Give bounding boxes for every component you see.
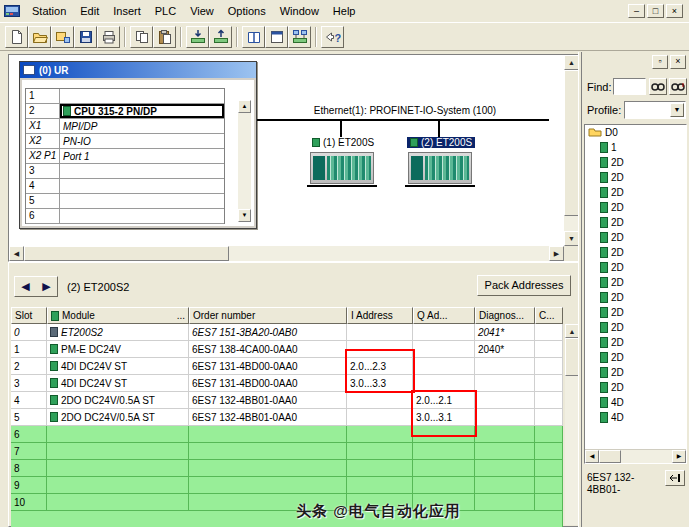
- close-button[interactable]: ×: [666, 4, 683, 18]
- detail-table-row[interactable]: 6: [11, 426, 563, 443]
- device-2-label[interactable]: (2) ET200S: [407, 137, 475, 148]
- download-button[interactable]: [186, 26, 209, 48]
- tree-item[interactable]: 2D: [585, 185, 686, 200]
- menu-insert[interactable]: Insert: [106, 1, 148, 21]
- tree-item[interactable]: 4D: [585, 410, 686, 425]
- rack-row[interactable]: 2CPU 315-2 PN/DP: [26, 104, 224, 119]
- scroll-up-icon[interactable]: ▲: [564, 55, 579, 70]
- detail-table-row[interactable]: 42DO DC24V/0.5A ST6ES7 132-4BB01-0AA02.0…: [11, 392, 563, 409]
- scroll-down-icon[interactable]: ▼: [564, 231, 579, 246]
- save-compile-button[interactable]: [74, 26, 97, 48]
- tree-horizontal-scrollbar[interactable]: ◀ ▶: [585, 449, 686, 463]
- tree-folder-do[interactable]: D0: [585, 125, 686, 140]
- scroll-left-icon[interactable]: ◀: [585, 450, 599, 463]
- tree-item[interactable]: 4D: [585, 395, 686, 410]
- detail-table-row[interactable]: 10: [11, 494, 563, 511]
- open-online-button[interactable]: [51, 26, 74, 48]
- paste-button[interactable]: [153, 26, 176, 48]
- detail-table-row[interactable]: 34DI DC24V ST6ES7 131-4BD00-0AA03.0...3.…: [11, 375, 563, 392]
- tree-item[interactable]: 2D: [585, 290, 686, 305]
- menu-plc[interactable]: PLC: [148, 1, 183, 21]
- scroll-down-icon[interactable]: ▼: [238, 209, 251, 222]
- help-button[interactable]: ?: [321, 26, 344, 48]
- detail-table-row[interactable]: 9: [11, 477, 563, 494]
- previous-device-button[interactable]: ◀: [15, 277, 36, 296]
- column-header-diagnostics[interactable]: Diagnos...: [475, 307, 535, 324]
- scroll-right-icon[interactable]: ▶: [549, 246, 564, 261]
- column-header-q-address[interactable]: Q Ad...: [413, 307, 475, 324]
- find-input[interactable]: [613, 78, 646, 95]
- detail-table-row[interactable]: 1PM-E DC24V6ES7 138-4CA00-0AA02040*: [11, 341, 563, 358]
- find-next-button[interactable]: [669, 78, 687, 95]
- menu-options[interactable]: Options: [221, 1, 273, 21]
- column-header-order-number[interactable]: Order number: [189, 307, 347, 324]
- tree-item[interactable]: 2D: [585, 335, 686, 350]
- device-et200s-2[interactable]: (2) ET200S: [407, 137, 479, 184]
- close-icon[interactable]: ×: [670, 55, 686, 69]
- scroll-thumb[interactable]: [599, 450, 621, 463]
- tree-item[interactable]: 2D: [585, 245, 686, 260]
- open-button[interactable]: [28, 26, 51, 48]
- rack-window[interactable]: (0) UR 12CPU 315-2 PN/DPX1MPI/DPX2PN-IOX…: [19, 61, 257, 229]
- tree-item[interactable]: 2D: [585, 350, 686, 365]
- rack-row[interactable]: 6: [26, 209, 224, 224]
- rack-title-bar[interactable]: (0) UR: [20, 62, 256, 78]
- scroll-up-icon[interactable]: ▲: [238, 100, 251, 113]
- detail-vertical-scrollbar[interactable]: ▲: [565, 324, 579, 525]
- profinet-bus-line[interactable]: [257, 119, 549, 121]
- tree-item[interactable]: 2D: [585, 170, 686, 185]
- print-button[interactable]: [97, 26, 120, 48]
- scroll-up-icon[interactable]: ▲: [565, 324, 579, 338]
- menu-edit[interactable]: Edit: [73, 1, 106, 21]
- upper-vertical-scrollbar[interactable]: ▲ ▼: [564, 55, 579, 246]
- tree-item[interactable]: 2D: [585, 275, 686, 290]
- float-window-icon[interactable]: ▫: [652, 55, 668, 69]
- scroll-thumb[interactable]: [564, 70, 579, 216]
- device-1-image[interactable]: [310, 152, 374, 184]
- detail-table-row[interactable]: 0ET200S26ES7 151-3BA20-0AB02041*: [11, 324, 563, 341]
- tree-item[interactable]: 2D: [585, 320, 686, 335]
- device-et200s-1[interactable]: (1) ET200S: [309, 137, 381, 184]
- arrange-windows-button[interactable]: [265, 26, 288, 48]
- rack-row[interactable]: X2 P1Port 1: [26, 149, 224, 164]
- station-canvas[interactable]: (0) UR 12CPU 315-2 PN/DPX1MPI/DPX2PN-IOX…: [9, 55, 564, 246]
- menu-view[interactable]: View: [183, 1, 221, 21]
- scroll-thumb[interactable]: [24, 246, 229, 261]
- rack-row[interactable]: 3: [26, 164, 224, 179]
- column-header-slot[interactable]: Slot: [11, 307, 47, 324]
- detail-table-row[interactable]: 8: [11, 460, 563, 477]
- column-header-comment[interactable]: C...: [535, 307, 563, 324]
- detail-table-row[interactable]: 7: [11, 443, 563, 460]
- network-button[interactable]: [288, 26, 311, 48]
- tree-item[interactable]: 2D: [585, 155, 686, 170]
- rack-scrollbar[interactable]: [238, 100, 251, 222]
- minimize-button[interactable]: –: [628, 4, 645, 18]
- device-2-image[interactable]: [408, 152, 472, 184]
- scroll-thumb[interactable]: [565, 338, 579, 376]
- profile-dropdown[interactable]: ▼: [624, 101, 686, 119]
- device-1-label[interactable]: (1) ET200S: [309, 137, 377, 148]
- upper-horizontal-scrollbar[interactable]: ◀ ▶: [9, 246, 564, 261]
- chevron-down-icon[interactable]: ▼: [670, 103, 684, 117]
- rack-row[interactable]: 4: [26, 179, 224, 194]
- tree-item[interactable]: 2D: [585, 305, 686, 320]
- copy-button[interactable]: [130, 26, 153, 48]
- rack-row[interactable]: 5: [26, 194, 224, 209]
- tree-item[interactable]: 1: [585, 140, 686, 155]
- column-header-module[interactable]: Module...: [47, 307, 189, 324]
- upload-button[interactable]: [209, 26, 232, 48]
- pack-addresses-button[interactable]: Pack Addresses: [477, 275, 571, 296]
- detail-table-row[interactable]: 24DI DC24V ST6ES7 131-4BD00-0AA02.0...2.…: [11, 358, 563, 375]
- tree-item[interactable]: 2D: [585, 215, 686, 230]
- tree-item[interactable]: 2D: [585, 380, 686, 395]
- next-device-button[interactable]: ▶: [36, 277, 57, 296]
- scroll-right-icon[interactable]: ▶: [672, 450, 686, 463]
- catalog-button[interactable]: [242, 26, 265, 48]
- menu-help[interactable]: Help: [326, 1, 363, 21]
- column-header-i-address[interactable]: I Address: [347, 307, 413, 324]
- tree-item[interactable]: 2D: [585, 365, 686, 380]
- rack-row[interactable]: X1MPI/DP: [26, 119, 224, 134]
- tree-item[interactable]: 2D: [585, 230, 686, 245]
- rack-row[interactable]: X2PN-IO: [26, 134, 224, 149]
- scroll-left-icon[interactable]: ◀: [9, 246, 24, 261]
